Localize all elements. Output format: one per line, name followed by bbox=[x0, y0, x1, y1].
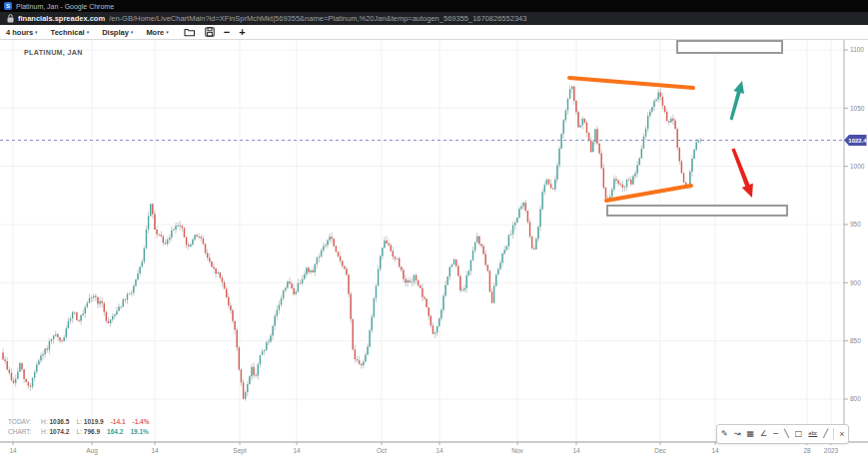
display-dropdown[interactable]: Display ▾ bbox=[102, 28, 133, 37]
chart-toolbar: 4 hours ▾ Technical ▾ Display ▾ More ▾ −… bbox=[0, 25, 868, 40]
y-axis-label: 1050 bbox=[850, 105, 865, 112]
candle-body bbox=[395, 256, 396, 258]
candle-body bbox=[508, 234, 509, 245]
x-axis-label: 28 bbox=[803, 447, 811, 454]
drawing-toolbar: ✎↝▦∠─╲□abc╱ × bbox=[716, 424, 849, 444]
candle-body bbox=[310, 270, 311, 272]
candle-body bbox=[571, 87, 572, 90]
rectangle-tool[interactable]: □ bbox=[795, 430, 803, 438]
x-axis-label: 14 bbox=[9, 447, 17, 454]
candle-body bbox=[213, 266, 214, 268]
zoom-in-button[interactable]: + bbox=[239, 27, 245, 38]
candle-body bbox=[57, 334, 58, 337]
candle-body bbox=[78, 320, 79, 321]
candle-body bbox=[588, 133, 589, 141]
bullish-arrow[interactable] bbox=[730, 81, 745, 120]
candle-body bbox=[388, 243, 389, 245]
candle-body bbox=[664, 106, 665, 112]
candle-body bbox=[99, 301, 100, 304]
zoom-out-button[interactable]: − bbox=[224, 27, 230, 38]
candle-body bbox=[274, 316, 275, 326]
pencil-tool[interactable]: ✎ bbox=[721, 430, 728, 438]
angle-tool[interactable]: ∠ bbox=[760, 430, 767, 438]
candle-body bbox=[365, 355, 366, 362]
candle-body bbox=[476, 236, 477, 242]
candle-body bbox=[451, 264, 452, 266]
candle-body bbox=[163, 236, 164, 243]
upper-trendline[interactable] bbox=[569, 78, 693, 88]
lower-trendline[interactable] bbox=[606, 186, 691, 201]
candle-body bbox=[533, 248, 534, 249]
candle-body bbox=[104, 303, 105, 312]
candle-body bbox=[158, 234, 159, 235]
candle-body bbox=[70, 318, 71, 320]
candle-body bbox=[683, 174, 684, 183]
candle-body bbox=[436, 326, 437, 332]
bearish-arrow[interactable] bbox=[731, 148, 753, 198]
candle-body bbox=[586, 123, 587, 133]
candle-body bbox=[384, 240, 385, 247]
candle-body bbox=[643, 137, 644, 149]
candle-body bbox=[319, 256, 320, 257]
candle-body bbox=[308, 267, 309, 271]
candle-body bbox=[152, 204, 153, 214]
candle-body bbox=[634, 174, 635, 177]
candle-body bbox=[344, 266, 345, 268]
text-tool[interactable]: abc bbox=[808, 431, 817, 437]
x-axis-label: 2023 bbox=[824, 447, 839, 454]
trendline-tool[interactable]: ╲ bbox=[784, 430, 789, 438]
candlestick-chart-canvas[interactable]: 11001050100095090085080014Aug14Sept14Oct… bbox=[0, 40, 868, 457]
window-title: Platinum, Jan - Google Chrome bbox=[16, 3, 114, 10]
candle-body bbox=[666, 112, 667, 121]
candle-body bbox=[218, 272, 219, 273]
candle-body bbox=[55, 334, 56, 335]
candle-body bbox=[558, 149, 559, 166]
save-icon[interactable] bbox=[205, 27, 215, 37]
candle-body bbox=[241, 369, 242, 382]
close-icon[interactable]: × bbox=[839, 430, 844, 439]
candle-body bbox=[207, 253, 208, 258]
timeframe-dropdown[interactable]: 4 hours ▾ bbox=[6, 28, 38, 37]
candle-body bbox=[72, 312, 73, 319]
candle-body bbox=[374, 298, 375, 316]
candle-body bbox=[226, 288, 227, 296]
candle-body bbox=[177, 226, 178, 227]
candle-body bbox=[613, 179, 614, 189]
polyline-tool[interactable]: ↝ bbox=[734, 430, 741, 438]
candle-body bbox=[527, 211, 528, 222]
spreadex-favicon: S bbox=[4, 2, 12, 10]
candle-body bbox=[414, 275, 415, 282]
candle-body bbox=[378, 269, 379, 286]
horizontal-line-tool[interactable]: ─ bbox=[773, 430, 778, 438]
line-tool[interactable]: ╱ bbox=[823, 430, 828, 438]
candle-body bbox=[7, 361, 8, 370]
candle-body bbox=[201, 236, 202, 238]
candle-body bbox=[289, 281, 290, 283]
candle-body bbox=[63, 337, 64, 341]
candle-body bbox=[484, 254, 485, 265]
technical-dropdown[interactable]: Technical ▾ bbox=[51, 28, 90, 37]
candle-body bbox=[36, 364, 37, 371]
candle-body bbox=[575, 101, 576, 112]
candle-body bbox=[357, 359, 358, 360]
candle-body bbox=[173, 229, 174, 230]
grid-tool[interactable]: ▦ bbox=[746, 430, 754, 438]
open-folder-icon[interactable] bbox=[184, 27, 196, 37]
more-dropdown[interactable]: More ▾ bbox=[146, 28, 168, 37]
legend-row-today: TODAY: H:1036.5 L:1019.9 -14.1 -1.4% bbox=[8, 417, 150, 427]
candle-body bbox=[93, 296, 94, 298]
candle-body bbox=[567, 99, 568, 111]
url-bar[interactable]: financials.spreadex.com/en-GB/Home/LiveC… bbox=[0, 12, 868, 25]
candle-body bbox=[393, 251, 394, 257]
candle-body bbox=[679, 148, 680, 162]
y-axis-label: 1000 bbox=[850, 163, 865, 170]
candle-body bbox=[253, 367, 254, 375]
candle-body bbox=[270, 335, 271, 341]
candle-body bbox=[11, 373, 12, 380]
candle-body bbox=[355, 349, 356, 359]
candle-body bbox=[340, 256, 341, 261]
candle-body bbox=[424, 297, 425, 299]
candle-body bbox=[603, 168, 604, 188]
lower-target-box[interactable] bbox=[607, 206, 787, 216]
upper-target-box[interactable] bbox=[677, 41, 782, 53]
